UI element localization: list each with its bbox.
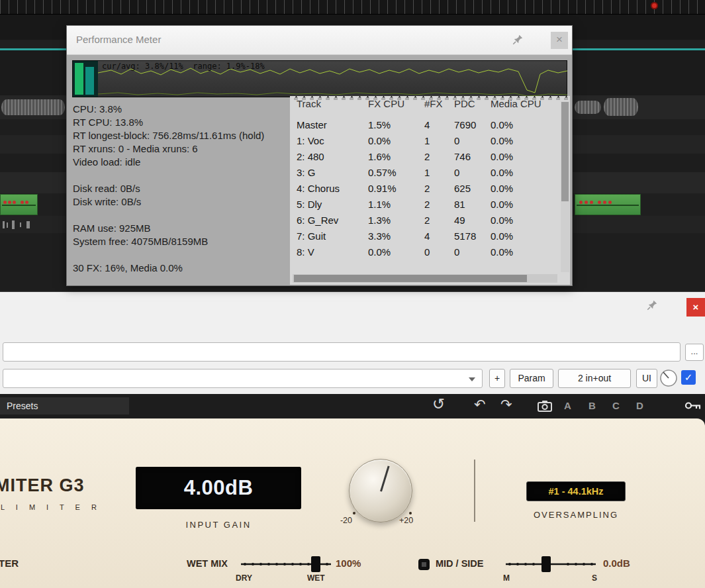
table-row[interactable]: 3: G 0.57% 1 0 0.0% bbox=[290, 165, 570, 181]
preset-slot-a[interactable]: A bbox=[564, 400, 571, 411]
item-dot bbox=[590, 201, 593, 204]
redo-icon[interactable]: ↷ bbox=[500, 397, 512, 413]
chevron-down-icon bbox=[469, 377, 475, 381]
input-gain-knob[interactable] bbox=[349, 459, 412, 522]
table-row[interactable]: 2: 480 1.6% 2 746 0.0% bbox=[290, 149, 570, 165]
audio-waveform-item[interactable] bbox=[604, 98, 638, 116]
cell-mediacpu: 0.0% bbox=[491, 228, 570, 244]
item-dot bbox=[598, 201, 601, 204]
slider-thumb[interactable] bbox=[311, 556, 320, 572]
stat-line: Disk read: 0B/s bbox=[73, 182, 288, 195]
horizontal-scrollbar[interactable] bbox=[293, 274, 557, 283]
col-numfx: #FX bbox=[424, 100, 454, 112]
cpu-meter-bars bbox=[73, 61, 98, 97]
knob-max-label: +20 bbox=[399, 516, 420, 525]
item-dot bbox=[603, 201, 606, 204]
performance-meter-window: Performance Meter × cur/avg: 3.8%/11% ra… bbox=[66, 25, 573, 286]
cell-numfx: 0 bbox=[424, 244, 454, 260]
table-row[interactable]: 8: V 0.0% 0 0 0.0% bbox=[290, 244, 570, 260]
cell-pdc: 0 bbox=[454, 244, 491, 260]
preset-slot-b[interactable]: B bbox=[588, 400, 596, 411]
slider-thumb[interactable] bbox=[541, 556, 551, 572]
input-gain-value: 4.00dB bbox=[136, 467, 301, 509]
close-button[interactable]: × bbox=[686, 298, 705, 317]
table-row[interactable]: 5: Dly 1.1% 2 81 0.0% bbox=[290, 197, 570, 213]
timeline-marker-icon[interactable] bbox=[651, 2, 658, 9]
torn-edge bbox=[290, 96, 570, 100]
wet-mix-slider[interactable] bbox=[238, 555, 334, 573]
stat-line: RT xruns: 0 - Media xruns: 6 bbox=[73, 142, 288, 156]
add-preset-button[interactable]: + bbox=[489, 369, 505, 388]
wet-dry-knob-icon[interactable] bbox=[659, 368, 679, 388]
scrollbar-thumb[interactable] bbox=[294, 275, 527, 282]
cell-track: 7: Guit bbox=[297, 228, 368, 244]
stat-line: CPU: 3.8% bbox=[73, 103, 288, 116]
cell-numfx: 2 bbox=[424, 181, 454, 197]
toggle-indicator bbox=[422, 562, 426, 567]
timeline-ruler[interactable] bbox=[0, 0, 705, 15]
item-dot bbox=[25, 201, 28, 204]
oversampling-value: #1 - 44.1kHz bbox=[527, 482, 625, 501]
undo-icon[interactable]: ↶ bbox=[474, 397, 486, 413]
cell-mediacpu: 0.0% bbox=[491, 181, 570, 197]
presets-dropdown[interactable]: Presets bbox=[0, 397, 129, 415]
cell-pdc: 81 bbox=[454, 197, 491, 213]
table-row[interactable]: 4: Chorus 0.91% 2 625 0.0% bbox=[290, 181, 570, 197]
audio-waveform-item[interactable] bbox=[575, 101, 601, 114]
stat-line bbox=[73, 209, 288, 222]
table-row[interactable]: 7: Guit 3.3% 4 5178 0.0% bbox=[290, 228, 570, 244]
waveform-line bbox=[577, 205, 639, 206]
fx-preset-combo[interactable] bbox=[3, 369, 483, 388]
scrollbar-thumb[interactable] bbox=[561, 102, 569, 201]
window-titlebar[interactable]: Performance Meter × bbox=[67, 26, 572, 55]
more-button[interactable]: ... bbox=[685, 344, 704, 361]
cpu-graph[interactable]: cur/avg: 3.8%/11% range: 1.9%-18% bbox=[72, 60, 567, 97]
table-row[interactable]: 6: G_Rev 1.3% 2 49 0.0% bbox=[290, 213, 570, 228]
vertical-scrollbar[interactable] bbox=[561, 101, 569, 272]
param-button[interactable]: Param bbox=[510, 369, 553, 388]
table-row[interactable]: Master 1.5% 4 7690 0.0% bbox=[290, 117, 570, 133]
input-gain-display[interactable]: 4.00dB bbox=[136, 467, 301, 509]
fx-enable-checkbox[interactable]: ✓ bbox=[681, 370, 696, 385]
mid-side-slider[interactable] bbox=[503, 555, 598, 573]
history-icon[interactable]: ↺ bbox=[432, 395, 445, 413]
cell-mediacpu: 0.0% bbox=[491, 165, 570, 181]
plugin-brand-title: MITER G3 bbox=[0, 475, 85, 496]
cell-mediacpu: 0.0% bbox=[491, 197, 570, 213]
close-button[interactable]: × bbox=[551, 32, 568, 49]
cell-fxcpu: 0.0% bbox=[368, 133, 424, 149]
key-icon[interactable] bbox=[684, 400, 702, 411]
table-row[interactable]: 1: Voc 0.0% 1 0 0.0% bbox=[290, 133, 570, 149]
knob-pointer bbox=[380, 466, 389, 491]
cell-mediacpu: 0.0% bbox=[491, 244, 570, 260]
item-dot bbox=[608, 201, 612, 204]
cell-pdc: 746 bbox=[454, 149, 491, 165]
track-fx-table: Track FX CPU #FX PDC Media CPU Master 1.… bbox=[290, 100, 570, 285]
audio-waveform-item[interactable] bbox=[1, 99, 65, 115]
fx-name-field[interactable] bbox=[3, 342, 681, 362]
preset-slot-c[interactable]: C bbox=[612, 400, 620, 411]
limiter-plugin-panel: MITER G3 L I M I T E R 4.00dB INPUT GAIN… bbox=[0, 418, 705, 588]
stat-line: RAM use: 925MB bbox=[73, 222, 288, 235]
mid-side-toggle[interactable] bbox=[418, 559, 430, 570]
cell-fxcpu: 1.5% bbox=[368, 117, 424, 133]
oversampling-label: OVERSAMPLING bbox=[526, 510, 626, 520]
io-button[interactable]: 2 in+out bbox=[558, 369, 631, 388]
cell-mediacpu: 0.0% bbox=[491, 149, 570, 165]
preset-slot-d[interactable]: D bbox=[636, 400, 643, 411]
camera-icon[interactable] bbox=[538, 400, 552, 412]
wet-mix-label: WET MIX bbox=[187, 558, 228, 569]
cell-track: 6: G_Rev bbox=[297, 213, 368, 228]
green-media-item[interactable] bbox=[0, 194, 38, 215]
oversampling-display[interactable]: #1 - 44.1kHz bbox=[526, 481, 626, 501]
wet-label: WET bbox=[307, 573, 325, 583]
item-dot bbox=[579, 201, 583, 204]
green-media-item[interactable] bbox=[575, 194, 641, 215]
ui-button[interactable]: UI bbox=[636, 369, 657, 388]
pin-icon[interactable] bbox=[646, 299, 658, 311]
plugin-brand-subtitle: L I M I T E R bbox=[1, 503, 101, 511]
pin-icon[interactable] bbox=[512, 34, 524, 46]
cell-pdc: 49 bbox=[454, 213, 491, 228]
knob-tick-dot bbox=[409, 512, 412, 514]
wet-mix-value: 100% bbox=[336, 558, 361, 569]
